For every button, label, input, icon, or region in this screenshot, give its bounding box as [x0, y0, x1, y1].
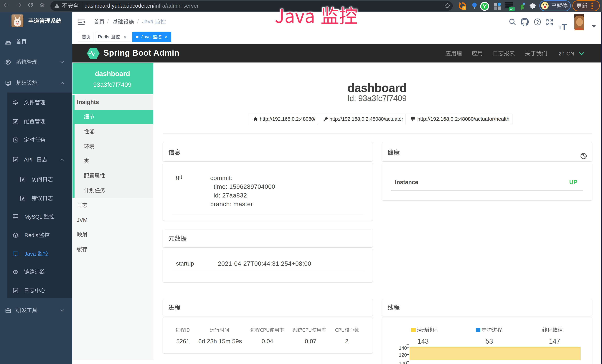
svg-text:on: on — [510, 7, 513, 11]
svg-text:1: 1 — [463, 7, 465, 10]
